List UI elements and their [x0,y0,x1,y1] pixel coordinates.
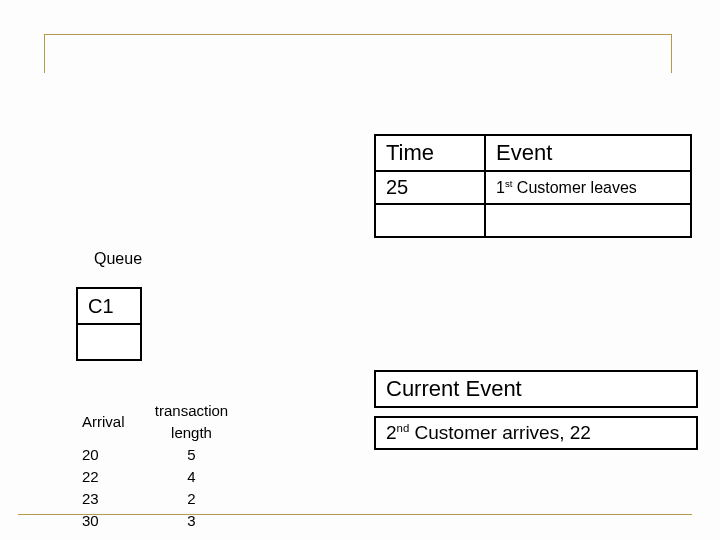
current-event-body: 2nd Customer arrives, 22 [374,416,698,450]
col-header-transaction: transaction length [129,400,255,444]
col-header-time: Time [375,135,485,171]
ord-num: 2 [386,422,397,443]
trans-cell: 2 [129,488,255,510]
trans-cell: 4 [129,466,255,488]
cell-event [485,204,691,237]
table-row: 25 1st Customer leaves [375,171,691,204]
queue-cell: C1 [77,288,141,324]
queue-label: Queue [94,250,142,268]
table-row: Current Event [375,371,697,407]
event-text: Customer leaves [512,179,637,196]
col-header-arrival: Arrival [78,400,129,444]
ord-sup: nd [397,422,410,434]
slide-frame [44,34,672,73]
current-event-title: Current Event [375,371,697,407]
event-text: Customer arrives, 22 [409,422,591,443]
table-row: Time Event [375,135,691,171]
queue-table: C1 [76,287,142,361]
cell-time: 25 [375,171,485,204]
table-row: 2nd Customer arrives, 22 [375,417,697,449]
table-row: 232 [78,488,255,510]
arrivals-table: Arrival transaction length 205 224 232 3… [78,400,255,532]
table-row [77,324,141,360]
table-row: 205 [78,444,255,466]
trans-cell: 5 [129,444,255,466]
time-event-table: Time Event 25 1st Customer leaves [374,134,692,238]
queue-cell [77,324,141,360]
col-header-event: Event [485,135,691,171]
arrivals-block: Arrival transaction length 205 224 232 3… [78,400,255,532]
arrival-cell: 23 [78,488,129,510]
arrival-cell: 20 [78,444,129,466]
table-row: C1 [77,288,141,324]
cell-time [375,204,485,237]
ord-num: 1 [496,179,505,196]
table-row [375,204,691,237]
table-row: Arrival transaction length [78,400,255,444]
bottom-rule [18,514,692,515]
cell-event: 1st Customer leaves [485,171,691,204]
current-event-header: Current Event [374,370,698,408]
arrival-cell: 22 [78,466,129,488]
table-row: 224 [78,466,255,488]
current-event-text: 2nd Customer arrives, 22 [375,417,697,449]
